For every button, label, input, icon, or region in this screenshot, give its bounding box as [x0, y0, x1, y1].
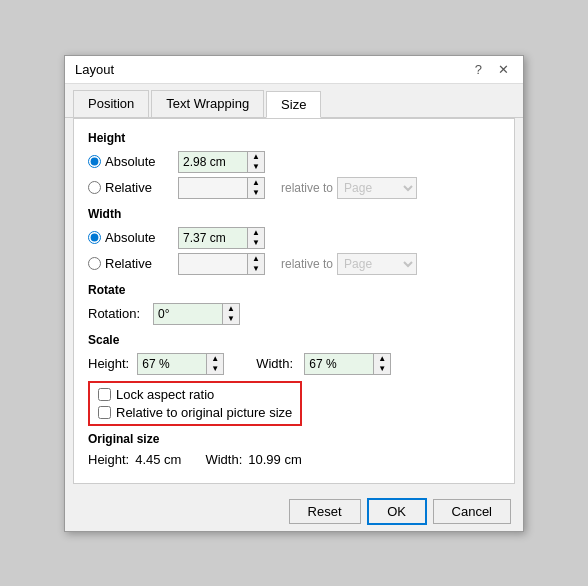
height-absolute-label[interactable]: Absolute — [88, 154, 178, 169]
scale-height-spinner: ▲ ▼ — [137, 353, 224, 375]
rotation-label: Rotation: — [88, 306, 153, 321]
width-absolute-label[interactable]: Absolute — [88, 230, 178, 245]
height-relative-spinner-btns: ▲ ▼ — [248, 177, 265, 199]
width-relative-spinner-btns: ▲ ▼ — [248, 253, 265, 275]
relative-original-text: Relative to original picture size — [116, 405, 292, 420]
orig-width-value: 10.99 cm — [248, 452, 301, 467]
height-absolute-spinner: ▲ ▼ — [178, 151, 265, 173]
dialog-title: Layout — [75, 62, 114, 77]
scale-height-up[interactable]: ▲ — [207, 354, 223, 364]
width-relative-to-label: relative to — [281, 257, 333, 271]
rotation-down[interactable]: ▼ — [223, 314, 239, 324]
scale-width-down[interactable]: ▼ — [374, 364, 390, 374]
layout-dialog: Layout ? ✕ Position Text Wrapping Size H… — [64, 55, 524, 532]
lock-aspect-checkbox[interactable] — [98, 388, 111, 401]
scale-height-input[interactable] — [137, 353, 207, 375]
height-absolute-input[interactable] — [178, 151, 248, 173]
width-absolute-row: Absolute ▲ ▼ — [88, 227, 500, 249]
tab-bar: Position Text Wrapping Size — [65, 84, 523, 118]
scale-width-up[interactable]: ▲ — [374, 354, 390, 364]
width-relative-up[interactable]: ▲ — [248, 254, 264, 264]
rotation-input[interactable] — [153, 303, 223, 325]
height-relative-up[interactable]: ▲ — [248, 178, 264, 188]
orig-height-value: 4.45 cm — [135, 452, 181, 467]
height-relative-spinner: ▲ ▼ — [178, 177, 265, 199]
height-relative-input[interactable] — [178, 177, 248, 199]
reset-button[interactable]: Reset — [289, 499, 361, 524]
scale-width-spinner: ▲ ▼ — [304, 353, 391, 375]
tab-size[interactable]: Size — [266, 91, 321, 118]
original-size-row: Height: 4.45 cm Width: 10.99 cm — [88, 452, 500, 467]
width-absolute-up[interactable]: ▲ — [248, 228, 264, 238]
scale-height-spinner-btns: ▲ ▼ — [207, 353, 224, 375]
tab-text-wrapping[interactable]: Text Wrapping — [151, 90, 264, 117]
scale-width-input[interactable] — [304, 353, 374, 375]
rotate-row: Rotation: ▲ ▼ — [88, 303, 500, 325]
height-relative-to-label: relative to — [281, 181, 333, 195]
height-relative-label[interactable]: Relative — [88, 180, 178, 195]
title-bar-controls: ? ✕ — [471, 62, 513, 77]
orig-height-item: Height: 4.45 cm — [88, 452, 181, 467]
scale-width-spinner-btns: ▲ ▼ — [374, 353, 391, 375]
rotation-up[interactable]: ▲ — [223, 304, 239, 314]
height-relative-down[interactable]: ▼ — [248, 188, 264, 198]
width-relative-row: Relative ▲ ▼ relative to Page — [88, 253, 500, 275]
width-absolute-radio[interactable] — [88, 231, 101, 244]
dialog-content: Height Absolute ▲ ▼ Relative — [73, 118, 515, 484]
width-relative-radio[interactable] — [88, 257, 101, 270]
rotation-spinner-btns: ▲ ▼ — [223, 303, 240, 325]
scale-section-title: Scale — [88, 333, 500, 347]
lock-aspect-label[interactable]: Lock aspect ratio — [98, 387, 292, 402]
width-relative-label[interactable]: Relative — [88, 256, 178, 271]
lock-aspect-text: Lock aspect ratio — [116, 387, 214, 402]
width-absolute-down[interactable]: ▼ — [248, 238, 264, 248]
relative-original-checkbox[interactable] — [98, 406, 111, 419]
width-absolute-spinner: ▲ ▼ — [178, 227, 265, 249]
orig-width-label: Width: — [205, 452, 242, 467]
height-relative-radio[interactable] — [88, 181, 101, 194]
width-relative-spinner: ▲ ▼ — [178, 253, 265, 275]
height-absolute-spinner-btns: ▲ ▼ — [248, 151, 265, 173]
rotate-section-title: Rotate — [88, 283, 500, 297]
width-absolute-input[interactable] — [178, 227, 248, 249]
scale-row: Height: ▲ ▼ Width: ▲ ▼ — [88, 353, 500, 375]
orig-width-item: Width: 10.99 cm — [205, 452, 301, 467]
ok-button[interactable]: OK — [367, 498, 427, 525]
checkbox-group: Lock aspect ratio Relative to original p… — [88, 381, 302, 426]
close-button[interactable]: ✕ — [494, 62, 513, 77]
cancel-button[interactable]: Cancel — [433, 499, 511, 524]
height-absolute-row: Absolute ▲ ▼ — [88, 151, 500, 173]
height-absolute-radio[interactable] — [88, 155, 101, 168]
height-relative-row: Relative ▲ ▼ relative to Page — [88, 177, 500, 199]
width-relative-down[interactable]: ▼ — [248, 264, 264, 274]
width-absolute-spinner-btns: ▲ ▼ — [248, 227, 265, 249]
scale-height-down[interactable]: ▼ — [207, 364, 223, 374]
width-relative-input[interactable] — [178, 253, 248, 275]
help-button[interactable]: ? — [471, 62, 486, 77]
tab-position[interactable]: Position — [73, 90, 149, 117]
title-bar: Layout ? ✕ — [65, 56, 523, 84]
height-section-title: Height — [88, 131, 500, 145]
width-relative-to-dropdown[interactable]: Page — [337, 253, 417, 275]
height-absolute-up[interactable]: ▲ — [248, 152, 264, 162]
height-absolute-down[interactable]: ▼ — [248, 162, 264, 172]
scale-width-label: Width: — [256, 356, 296, 371]
rotation-spinner: ▲ ▼ — [153, 303, 240, 325]
scale-height-label: Height: — [88, 356, 129, 371]
original-size-title: Original size — [88, 432, 500, 446]
width-section-title: Width — [88, 207, 500, 221]
relative-original-label[interactable]: Relative to original picture size — [98, 405, 292, 420]
height-relative-to-dropdown[interactable]: Page — [337, 177, 417, 199]
orig-height-label: Height: — [88, 452, 129, 467]
dialog-footer: Reset OK Cancel — [65, 492, 523, 531]
